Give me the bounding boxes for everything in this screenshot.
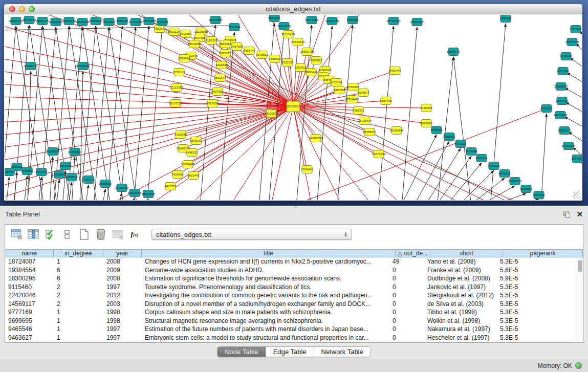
- table-row[interactable]: 1456911722003Disruption of a novel membe…: [5, 300, 577, 309]
- table-cell[interactable]: 1998: [103, 317, 142, 325]
- table-cell[interactable]: 2009: [103, 266, 142, 275]
- table-cell[interactable]: 1997: [103, 325, 142, 334]
- table-cell[interactable]: 0: [389, 266, 424, 275]
- table-row[interactable]: 977716911998Corpus callosum shape and si…: [5, 308, 577, 317]
- memory-ok-indicator[interactable]: [575, 362, 582, 369]
- table-cell[interactable]: 1: [54, 257, 103, 266]
- table-cell[interactable]: 1: [54, 317, 103, 325]
- table-cell[interactable]: 1: [54, 325, 103, 334]
- table-cell[interactable]: 18724007: [5, 257, 54, 266]
- panel-splitter[interactable]: [0, 206, 588, 208]
- table-cell[interactable]: Hescheler et al. (1997): [424, 334, 497, 342]
- close-panel-icon[interactable]: ✕: [576, 211, 583, 217]
- table-cell[interactable]: 2: [54, 283, 103, 292]
- table-row[interactable]: 1830029562008Estimation of significance …: [5, 274, 577, 283]
- vertical-scrollbar[interactable]: [577, 257, 583, 342]
- select-columns-icon[interactable]: [27, 228, 39, 240]
- table-cell[interactable]: Wolkin et al. (1998): [424, 317, 497, 325]
- table-cell[interactable]: 1997: [103, 283, 142, 292]
- table-cell[interactable]: 5.3E-5: [497, 317, 577, 325]
- table-cell[interactable]: 0: [389, 317, 424, 325]
- table-row[interactable]: 946362711997Embryonic stem cells: a mode…: [5, 334, 577, 342]
- table-cell[interactable]: 2: [54, 291, 103, 300]
- table-cell[interactable]: 1997: [103, 334, 142, 342]
- table-cell[interactable]: 9115460: [5, 283, 54, 292]
- table-row[interactable]: 911546021997Tourette syndrome. Phenomeno…: [5, 283, 577, 292]
- table-cell[interactable]: 2003: [103, 300, 142, 309]
- table-cell[interactable]: 2012: [103, 291, 142, 300]
- table-cell[interactable]: 2008: [103, 257, 142, 266]
- table-cell[interactable]: 5.3E-5: [497, 257, 577, 266]
- column-header-short[interactable]: short: [430, 249, 503, 257]
- table-cell[interactable]: Franke et al. (2009): [424, 266, 497, 275]
- table-cell[interactable]: 0: [389, 291, 424, 300]
- table-cell[interactable]: 5.3E-5: [497, 283, 577, 292]
- table-cell[interactable]: Yano et al. (2008): [424, 257, 497, 266]
- table-cell[interactable]: Changes of HCN gene expression and I(f) …: [142, 257, 389, 266]
- table-settings-icon[interactable]: [10, 228, 23, 240]
- table-cell[interactable]: Estimation of significance thresholds fo…: [142, 274, 389, 283]
- table-cell[interactable]: 14569117: [5, 300, 54, 309]
- column-header-pagerank[interactable]: pagerank: [503, 249, 583, 257]
- row-height-icon[interactable]: [61, 228, 73, 240]
- table-row[interactable]: 1872400712008Changes of HCN gene express…: [5, 257, 577, 266]
- table-cell[interactable]: 5.9E-5: [497, 274, 577, 283]
- create-table-icon[interactable]: [78, 228, 90, 240]
- table-row[interactable]: 1938455462009Genome-wide association stu…: [5, 266, 577, 275]
- table-cell[interactable]: 49: [389, 257, 424, 266]
- table-cell[interactable]: 0: [389, 283, 424, 292]
- table-cell[interactable]: 9463627: [5, 334, 54, 342]
- network-graph[interactable]: 1872400796011248912954132260589927508165…: [5, 15, 582, 200]
- table-cell[interactable]: 19384554: [5, 266, 54, 275]
- table-cell[interactable]: 1: [54, 334, 103, 342]
- table-cell[interactable]: 2008: [103, 274, 142, 283]
- table-cell[interactable]: Corpus callosum shape and size in male p…: [142, 308, 389, 317]
- window-resize-grip[interactable]: [573, 191, 580, 199]
- table-cell[interactable]: 0: [389, 274, 424, 283]
- table-cell[interactable]: Jankovic et al. (1997): [424, 283, 497, 292]
- table-cell[interactable]: 9465546: [5, 325, 54, 334]
- table-cell[interactable]: Nakamura et al. (1997): [424, 325, 497, 334]
- table-cell[interactable]: 5.3E-5: [497, 308, 577, 317]
- table-cell[interactable]: Structural magnetic resonance image aver…: [142, 317, 389, 325]
- column-header-name[interactable]: name: [5, 249, 54, 257]
- network-view[interactable]: 1872400796011248912954132260589927508165…: [5, 15, 582, 200]
- table-row[interactable]: 946554611997Estimation of the future num…: [5, 325, 577, 334]
- tab-edge-table[interactable]: Edge Table: [266, 347, 314, 357]
- table-cell[interactable]: 22420046: [5, 291, 54, 300]
- table-row[interactable]: 969969511998Structural magnetic resonanc…: [5, 317, 577, 325]
- table-cell[interactable]: Investigating the contribution of common…: [142, 291, 389, 300]
- table-cell[interactable]: 0: [389, 334, 424, 342]
- table-cell[interactable]: 9699695: [5, 317, 54, 325]
- tab-network-table[interactable]: Network Table: [314, 347, 371, 357]
- table-cell[interactable]: Disruption of a novel member of a sodium…: [142, 300, 389, 309]
- column-header-in_degree[interactable]: in_degree: [54, 249, 103, 257]
- table-selector-dropdown[interactable]: citations_edges.txt ▲▼: [151, 229, 352, 240]
- select-rows-icon[interactable]: [44, 228, 56, 240]
- close-button[interactable]: [9, 6, 15, 12]
- zoom-button[interactable]: [29, 6, 35, 12]
- table-cell[interactable]: 5.6E-5: [497, 266, 577, 275]
- table-cell[interactable]: 5.3E-5: [497, 325, 577, 334]
- table-cell[interactable]: Dudbridge et al. (2008): [424, 274, 497, 283]
- float-window-icon[interactable]: [563, 211, 570, 217]
- scrollbar-thumb[interactable]: [578, 260, 582, 272]
- minimize-button[interactable]: [19, 6, 25, 12]
- column-header-title[interactable]: title: [142, 249, 396, 257]
- table-row[interactable]: 2242004622012Investigating the contribut…: [5, 291, 577, 300]
- table-cell[interactable]: Estimation of the future numbers of pati…: [142, 325, 389, 334]
- table-cell[interactable]: Tibbo et al. (1998): [424, 308, 497, 317]
- network-window[interactable]: citations_edges.txt 18724007960112489129…: [4, 4, 582, 201]
- table-cell[interactable]: 0: [389, 300, 424, 309]
- table-cell[interactable]: Tourette syndrome. Phenomenology and cla…: [142, 283, 389, 292]
- table-cell[interactable]: Genome-wide association studies in ADHD.: [142, 266, 389, 275]
- function-builder-icon[interactable]: f(x): [128, 228, 141, 240]
- table-cell[interactable]: Stergiakouli et al. (2012): [424, 291, 497, 300]
- table-cell[interactable]: 0: [389, 308, 424, 317]
- table-cell[interactable]: 1998: [103, 308, 142, 317]
- column-header-out_de[interactable]: △ out_de...: [396, 249, 430, 257]
- table-cell[interactable]: 6: [54, 274, 103, 283]
- table-cell[interactable]: 5.3E-5: [497, 300, 577, 309]
- column-header-year[interactable]: year: [103, 249, 142, 257]
- table-cell[interactable]: Embryonic stem cells: a model to study s…: [142, 334, 389, 342]
